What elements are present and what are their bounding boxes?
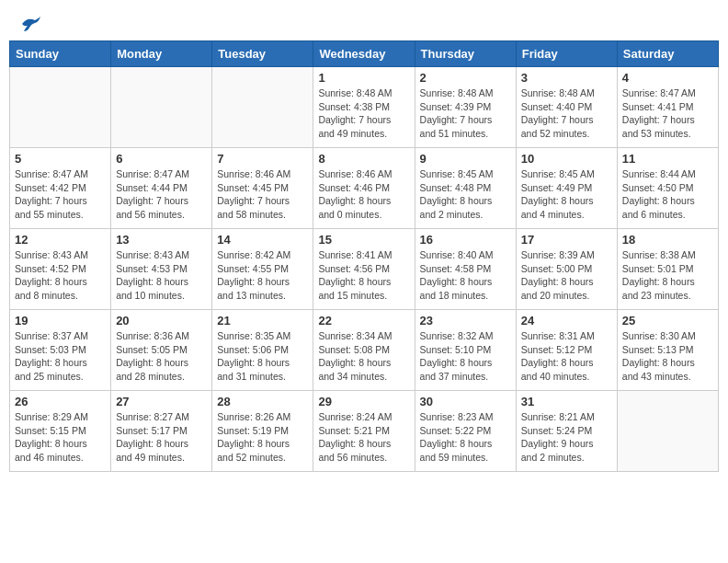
day-number: 29 [318,395,409,408]
day-cell: 24Sunrise: 8:31 AM Sunset: 5:12 PM Dayli… [516,310,617,391]
day-info: Sunrise: 8:45 AM Sunset: 4:48 PM Dayligh… [420,167,511,222]
day-cell: 16Sunrise: 8:40 AM Sunset: 4:58 PM Dayli… [415,229,516,310]
day-cell: 26Sunrise: 8:29 AM Sunset: 5:15 PM Dayli… [10,391,111,472]
day-info: Sunrise: 8:36 AM Sunset: 5:05 PM Dayligh… [116,329,207,384]
day-number: 10 [521,152,612,166]
day-info: Sunrise: 8:41 AM Sunset: 4:56 PM Dayligh… [318,248,409,303]
day-number: 25 [622,314,713,327]
day-number: 20 [116,314,207,327]
day-info: Sunrise: 8:38 AM Sunset: 5:01 PM Dayligh… [622,248,713,303]
logo-bird-icon [20,15,42,33]
day-info: Sunrise: 8:40 AM Sunset: 4:58 PM Dayligh… [420,248,511,303]
day-cell [212,67,313,148]
day-info: Sunrise: 8:48 AM Sunset: 4:39 PM Dayligh… [420,86,511,141]
calendar-wrapper: SundayMondayTuesdayWednesdayThursdayFrid… [0,40,728,481]
day-number: 30 [420,395,511,408]
day-number: 2 [420,71,511,85]
day-cell: 18Sunrise: 8:38 AM Sunset: 5:01 PM Dayli… [617,229,718,310]
day-number: 17 [521,233,612,247]
day-info: Sunrise: 8:42 AM Sunset: 4:55 PM Dayligh… [217,248,308,303]
day-number: 26 [15,395,106,408]
day-info: Sunrise: 8:29 AM Sunset: 5:15 PM Dayligh… [15,410,106,465]
day-cell: 2Sunrise: 8:48 AM Sunset: 4:39 PM Daylig… [415,67,516,148]
day-cell: 20Sunrise: 8:36 AM Sunset: 5:05 PM Dayli… [111,310,212,391]
day-cell: 31Sunrise: 8:21 AM Sunset: 5:24 PM Dayli… [516,391,617,472]
day-cell: 28Sunrise: 8:26 AM Sunset: 5:19 PM Dayli… [212,391,313,472]
page-header [0,0,728,40]
day-cell: 17Sunrise: 8:39 AM Sunset: 5:00 PM Dayli… [516,229,617,310]
day-cell: 14Sunrise: 8:42 AM Sunset: 4:55 PM Dayli… [212,229,313,310]
day-info: Sunrise: 8:27 AM Sunset: 5:17 PM Dayligh… [116,410,207,465]
week-row-5: 26Sunrise: 8:29 AM Sunset: 5:15 PM Dayli… [10,391,719,472]
day-cell: 25Sunrise: 8:30 AM Sunset: 5:13 PM Dayli… [617,310,718,391]
day-number: 14 [217,233,308,247]
day-info: Sunrise: 8:37 AM Sunset: 5:03 PM Dayligh… [15,329,106,384]
day-number: 13 [116,233,207,247]
day-cell: 10Sunrise: 8:45 AM Sunset: 4:49 PM Dayli… [516,148,617,229]
day-number: 31 [521,395,612,408]
day-cell: 8Sunrise: 8:46 AM Sunset: 4:46 PM Daylig… [313,148,415,229]
calendar-table: SundayMondayTuesdayWednesdayThursdayFrid… [9,40,719,472]
day-number: 15 [318,233,409,247]
day-number: 23 [420,314,511,327]
day-info: Sunrise: 8:46 AM Sunset: 4:46 PM Dayligh… [318,167,409,222]
day-info: Sunrise: 8:46 AM Sunset: 4:45 PM Dayligh… [217,167,308,222]
day-number: 22 [318,314,409,327]
day-info: Sunrise: 8:34 AM Sunset: 5:08 PM Dayligh… [318,329,409,384]
day-info: Sunrise: 8:24 AM Sunset: 5:21 PM Dayligh… [318,410,409,465]
day-number: 12 [15,233,106,247]
weekday-header-saturday: Saturday [617,41,718,67]
weekday-header-thursday: Thursday [415,41,516,67]
day-cell: 11Sunrise: 8:44 AM Sunset: 4:50 PM Dayli… [617,148,718,229]
weekday-header-sunday: Sunday [10,41,111,67]
weekday-header-tuesday: Tuesday [212,41,313,67]
day-cell [617,391,718,472]
week-row-4: 19Sunrise: 8:37 AM Sunset: 5:03 PM Dayli… [10,310,719,391]
weekday-header-wednesday: Wednesday [313,41,415,67]
day-cell: 13Sunrise: 8:43 AM Sunset: 4:53 PM Dayli… [111,229,212,310]
day-cell: 27Sunrise: 8:27 AM Sunset: 5:17 PM Dayli… [111,391,212,472]
day-number: 1 [318,71,409,85]
week-row-2: 5Sunrise: 8:47 AM Sunset: 4:42 PM Daylig… [10,148,719,229]
day-cell: 29Sunrise: 8:24 AM Sunset: 5:21 PM Dayli… [313,391,415,472]
day-info: Sunrise: 8:26 AM Sunset: 5:19 PM Dayligh… [217,410,308,465]
day-number: 24 [521,314,612,327]
day-info: Sunrise: 8:21 AM Sunset: 5:24 PM Dayligh… [521,410,612,465]
day-info: Sunrise: 8:44 AM Sunset: 4:50 PM Dayligh… [622,167,713,222]
day-number: 4 [622,71,713,85]
logo [18,15,42,33]
calendar-header: SundayMondayTuesdayWednesdayThursdayFrid… [10,41,719,67]
weekday-row: SundayMondayTuesdayWednesdayThursdayFrid… [10,41,719,67]
day-number: 9 [420,152,511,166]
day-cell: 4Sunrise: 8:47 AM Sunset: 4:41 PM Daylig… [617,67,718,148]
day-number: 21 [217,314,308,327]
day-info: Sunrise: 8:30 AM Sunset: 5:13 PM Dayligh… [622,329,713,384]
day-cell: 23Sunrise: 8:32 AM Sunset: 5:10 PM Dayli… [415,310,516,391]
weekday-header-monday: Monday [111,41,212,67]
day-cell [111,67,212,148]
day-info: Sunrise: 8:35 AM Sunset: 5:06 PM Dayligh… [217,329,308,384]
day-number: 3 [521,71,612,85]
day-info: Sunrise: 8:31 AM Sunset: 5:12 PM Dayligh… [521,329,612,384]
day-cell: 3Sunrise: 8:48 AM Sunset: 4:40 PM Daylig… [516,67,617,148]
day-info: Sunrise: 8:43 AM Sunset: 4:53 PM Dayligh… [116,248,207,303]
day-number: 5 [15,152,106,166]
day-cell: 5Sunrise: 8:47 AM Sunset: 4:42 PM Daylig… [10,148,111,229]
day-info: Sunrise: 8:47 AM Sunset: 4:42 PM Dayligh… [15,167,106,222]
day-info: Sunrise: 8:47 AM Sunset: 4:44 PM Dayligh… [116,167,207,222]
day-number: 11 [622,152,713,166]
calendar-body: 1Sunrise: 8:48 AM Sunset: 4:38 PM Daylig… [10,67,719,472]
day-number: 16 [420,233,511,247]
day-cell: 30Sunrise: 8:23 AM Sunset: 5:22 PM Dayli… [415,391,516,472]
day-cell: 22Sunrise: 8:34 AM Sunset: 5:08 PM Dayli… [313,310,415,391]
day-info: Sunrise: 8:39 AM Sunset: 5:00 PM Dayligh… [521,248,612,303]
day-info: Sunrise: 8:43 AM Sunset: 4:52 PM Dayligh… [15,248,106,303]
day-cell: 9Sunrise: 8:45 AM Sunset: 4:48 PM Daylig… [415,148,516,229]
day-number: 19 [15,314,106,327]
day-number: 27 [116,395,207,408]
day-cell: 19Sunrise: 8:37 AM Sunset: 5:03 PM Dayli… [10,310,111,391]
weekday-header-friday: Friday [516,41,617,67]
day-number: 28 [217,395,308,408]
week-row-3: 12Sunrise: 8:43 AM Sunset: 4:52 PM Dayli… [10,229,719,310]
day-number: 18 [622,233,713,247]
